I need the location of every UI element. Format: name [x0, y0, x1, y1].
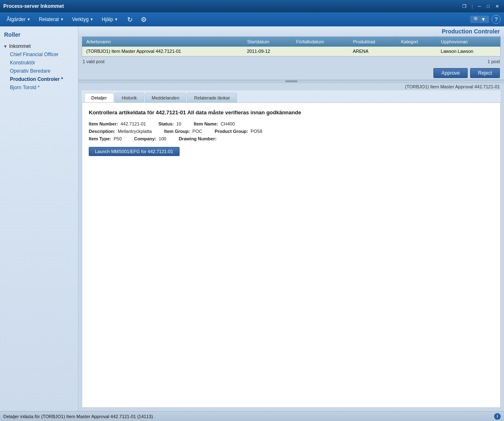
tabs: Detaljer Historik Meddelanden Relaterade… [82, 90, 501, 102]
tab-historik[interactable]: Historik [115, 93, 144, 102]
table-footer: 1 vald post 1 post [78, 57, 504, 66]
item-number-label: Item Number: [89, 121, 118, 126]
detail-panel: Detaljer Historik Meddelanden Relaterade… [82, 90, 501, 408]
item-group-label: Item Group: [164, 129, 190, 134]
field-description: Description: Mellantryckplatta [89, 129, 152, 134]
sidebar: Roller ▼ Inkommet Chief Financial Office… [0, 26, 78, 411]
main-area: Roller ▼ Inkommet Chief Financial Office… [0, 26, 504, 411]
close-button[interactable]: ✕ [494, 3, 501, 9]
sidebar-title: Roller [0, 30, 78, 41]
sidebar-item-bjorn-torold[interactable]: Bjorn Torold * [0, 83, 78, 92]
sidebar-item-operativ[interactable]: Operativ Beredare [0, 67, 78, 75]
item-type-label: Item Type: [89, 136, 111, 141]
field-item-number: Item Number: 442.7121-01 [89, 121, 146, 126]
status-bar: Detaljer inlästa för (TORBJO1) Item Mast… [0, 411, 504, 421]
title-bar: Process-server Inkommet ❐ | ─ □ ✕ [0, 0, 504, 12]
col-header-produktrad[interactable]: Produktrad [349, 37, 397, 47]
cell-arbetsnamn: (TORBJO1) Item Master Approval 442.7121-… [82, 47, 243, 56]
field-status: Status: 10 [159, 121, 182, 126]
cell-forfallodatum [292, 47, 349, 56]
description-value: Mellantryckplatta [118, 129, 152, 134]
detail-row-2: Description: Mellantryckplatta Item Grou… [89, 129, 494, 134]
settings-button[interactable]: ⚙ [138, 15, 149, 24]
maximize-button[interactable]: □ [485, 3, 491, 9]
tab-detaljer[interactable]: Detaljer [84, 93, 114, 102]
cell-startdatum: 2011-09-12 [243, 47, 292, 56]
field-item-name: Item Name: CH400 [194, 121, 235, 126]
item-group-value: POC [192, 129, 202, 134]
zoom-button[interactable]: 🔍 ▼ [470, 16, 489, 23]
zoom-icon: 🔍 [473, 17, 480, 22]
reject-button[interactable]: Reject [470, 68, 500, 78]
field-product-group: Product Group: PO58 [215, 129, 262, 134]
sidebar-group-inkommet: ▼ Inkommet Chief Financial Officer Konst… [0, 41, 78, 92]
menu-bar: Åtgärder ▼ Relaterat ▼ Verktyg ▼ Hjälp ▼… [0, 12, 504, 26]
col-header-forfallodatum[interactable]: Förfallodatum [292, 37, 349, 47]
item-number-value: 442.7121-01 [121, 121, 146, 126]
restore-button[interactable]: ❐ [461, 3, 468, 9]
sidebar-group-header[interactable]: ▼ Inkommet [0, 42, 78, 50]
field-company: Company: 100 [134, 136, 166, 141]
status-text: Detaljer inlästa för (TORBJO1) Item Mast… [3, 414, 154, 419]
item-ref-text: (TORBJO1) Item Master Approval 442.7121-… [405, 84, 500, 89]
splitter-handle [285, 80, 298, 82]
item-type-value: P50 [114, 136, 122, 141]
description-label: Description: [89, 129, 115, 134]
data-table-container: Arbetsnamn Startdatum Förfallodatum Prod… [82, 36, 501, 57]
status-indicator: i [494, 413, 501, 420]
col-header-startdatum[interactable]: Startdatum [243, 37, 292, 47]
chevron-down-icon: ▼ [27, 17, 31, 21]
content-header: Production Controler [78, 26, 504, 36]
field-item-type: Item Type: P50 [89, 136, 122, 141]
launch-mms001-button[interactable]: Launch MMS001/EFG for 442.7121-01 [89, 147, 180, 156]
col-header-arbetsnamn[interactable]: Arbetsnamn [82, 37, 243, 47]
sidebar-group-label: Inkommet [9, 43, 31, 49]
chevron-down-icon: ▼ [114, 17, 118, 21]
zoom-chevron: ▼ [481, 17, 486, 22]
chevron-down-icon: ▼ [60, 17, 64, 21]
tab-relaterade-lankar[interactable]: Relaterade länkar [187, 93, 237, 102]
data-table: Arbetsnamn Startdatum Förfallodatum Prod… [82, 37, 500, 56]
product-group-value: PO58 [251, 129, 262, 134]
product-group-label: Product Group: [215, 129, 248, 134]
item-name-label: Item Name: [194, 121, 218, 126]
cell-upphovsman: Lawson Lawson [437, 47, 500, 56]
splitter[interactable] [78, 80, 504, 83]
field-drawing-number: Drawing Number: [179, 136, 219, 141]
company-label: Company: [134, 136, 156, 141]
detail-content: Kontrollera artikeldata för 442.7121-01 … [82, 102, 501, 408]
content-panel: Production Controler Arbetsnamn Startdat… [78, 26, 504, 411]
table-row[interactable]: (TORBJO1) Item Master Approval 442.7121-… [82, 47, 500, 56]
col-header-upphovsman[interactable]: Upphovsman [437, 37, 500, 47]
selected-count: 1 vald post [83, 59, 104, 64]
sidebar-item-cfo[interactable]: Chief Financial Officer [0, 50, 78, 59]
col-header-kategori[interactable]: Kategori [397, 37, 437, 47]
item-name-value: CH400 [221, 121, 235, 126]
menu-right: 🔍 ▼ ? [470, 15, 501, 24]
detail-row-3: Item Type: P50 Company: 100 Drawing Numb… [89, 136, 494, 141]
expand-arrow-icon: ▼ [3, 44, 7, 49]
chevron-down-icon: ▼ [90, 17, 94, 21]
item-ref-line: (TORBJO1) Item Master Approval 442.7121-… [78, 83, 504, 90]
drawing-number-label: Drawing Number: [179, 136, 217, 141]
refresh-button[interactable]: ↻ [125, 15, 135, 24]
approve-button[interactable]: Approve [433, 68, 468, 78]
tab-meddelanden[interactable]: Meddelanden [145, 93, 187, 102]
field-item-group: Item Group: POC [164, 129, 202, 134]
minimize-button[interactable]: ─ [476, 3, 483, 9]
help-button[interactable]: ? [492, 15, 501, 24]
menu-verktyg[interactable]: Verktyg ▼ [69, 15, 97, 24]
status-value: 10 [176, 121, 181, 126]
sidebar-item-konstruktor[interactable]: Konstruktör [0, 59, 78, 67]
cell-produktrad: ARENA [349, 47, 397, 56]
window-controls: ❐ | ─ □ ✕ [461, 3, 501, 9]
menu-atgarder[interactable]: Åtgärder ▼ [3, 15, 34, 24]
content-title: Production Controler [442, 28, 500, 35]
status-label: Status: [159, 121, 174, 126]
menu-relaterat[interactable]: Relaterat ▼ [35, 15, 67, 24]
menu-hjalp[interactable]: Hjälp ▼ [99, 15, 121, 24]
sidebar-item-production-controler[interactable]: Production Controler * [0, 75, 78, 83]
cell-kategori [397, 47, 437, 56]
separator: | [471, 3, 473, 9]
detail-row-1: Item Number: 442.7121-01 Status: 10 Item… [89, 121, 494, 126]
